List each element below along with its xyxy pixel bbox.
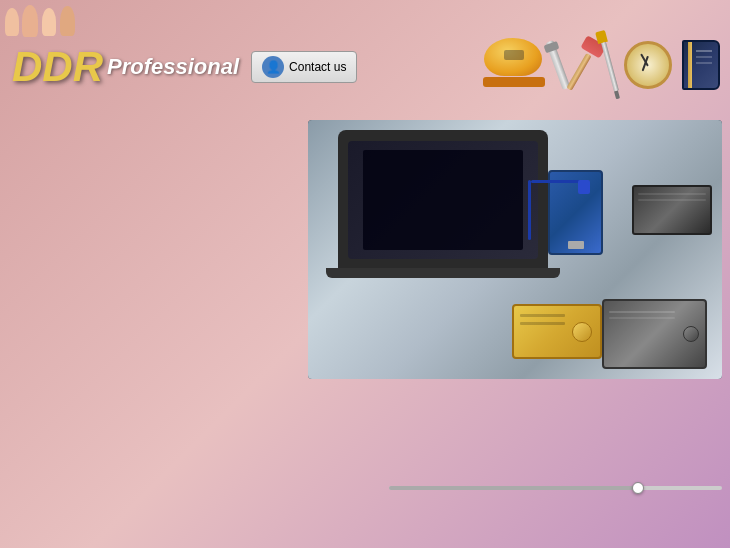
main-content: Searching Criteria Entire Disk Sector Ra… — [0, 112, 730, 503]
contact-button[interactable]: 👤 Contact us — [251, 51, 357, 83]
logo-ddr: DDR — [12, 46, 103, 88]
zoom-slider[interactable] — [389, 486, 722, 490]
zoom-thumb[interactable] — [632, 482, 644, 494]
thumbnail-preview — [170, 353, 266, 424]
list-item[interactable]: GND00040.JPG — [154, 351, 283, 441]
logo-professional: Professional — [107, 54, 239, 80]
contact-icon: 👤 — [262, 56, 284, 78]
clock-icon — [624, 41, 672, 89]
left-panel: Searching Criteria Entire Disk Sector Ra… — [0, 112, 300, 503]
contact-label: Contact us — [289, 60, 346, 74]
helmet-icon — [484, 38, 544, 93]
header-tools — [484, 30, 720, 100]
logo: DDR Professional — [12, 46, 239, 88]
preview-image — [308, 120, 722, 379]
book-icon — [682, 40, 720, 90]
photo-preview — [308, 120, 722, 379]
thumbnail-image — [168, 351, 268, 426]
thumbnails-container[interactable]: GND00034.JPG GND00035.JPG — [10, 246, 289, 493]
thumbnails-grid: GND00034.JPG GND00035.JPG — [17, 253, 282, 441]
zoom-track — [389, 486, 639, 490]
screwdriver-icon — [595, 30, 623, 100]
